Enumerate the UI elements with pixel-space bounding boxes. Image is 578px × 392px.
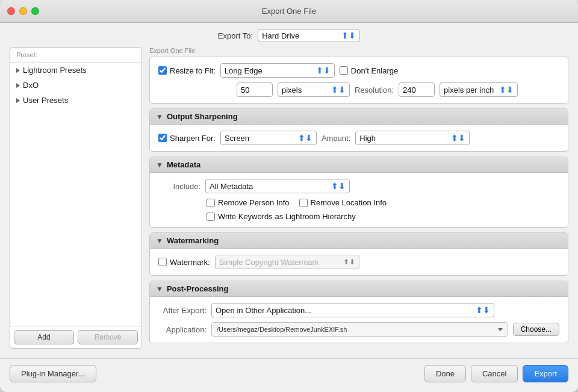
resolution-row: pixels ⬆⬇ Resolution: pixels per inch ⬆⬇ (158, 82, 559, 97)
include-row: Include: All Metadata ⬆⬇ (158, 179, 559, 193)
resize-checkbox-label[interactable]: Resize to Fit: (158, 66, 216, 75)
sidebar-items: Lightroom Presets DxO User Presets (10, 63, 141, 326)
export-to-select[interactable]: Hard Drive ⬆⬇ (258, 29, 360, 42)
application-label: Application: (158, 325, 207, 334)
sharpen-arrows-icon: ⬆⬇ (298, 133, 312, 143)
sidebar-item-dxo[interactable]: DxO (10, 78, 141, 93)
export-to-row: Export To: Hard Drive ⬆⬇ (0, 23, 578, 47)
resolution-unit: pixels per inch (444, 86, 494, 95)
sidebar-item-label: DxO (23, 81, 39, 90)
watermark-checkbox-label[interactable]: Watermark: (158, 258, 210, 267)
keywords-row: Write Keywords as Lightroom Hierarchy (158, 212, 559, 221)
watermarking-content: Watermark: Simple Copyright Watermark ⬆⬇ (150, 249, 568, 275)
write-keywords-checkbox[interactable] (207, 213, 215, 221)
after-export-select[interactable]: Open in Other Application... ⬆⬇ (211, 303, 494, 317)
resize-checkbox[interactable] (158, 66, 167, 75)
dont-enlarge-checkbox[interactable] (340, 66, 348, 75)
metadata-content: Include: All Metadata ⬆⬇ Remove Person I… (150, 173, 568, 227)
sidebar-footer: Add Remove (10, 326, 141, 348)
sharpening-section: ▼ Output Sharpening Sharpen For: Screen … (149, 108, 568, 152)
after-export-arrows-icon: ⬆⬇ (476, 305, 490, 315)
cancel-button[interactable]: Cancel (471, 365, 518, 382)
window-title: Export One File (262, 7, 316, 16)
resize-label: Resize to Fit: (170, 66, 216, 75)
triangle-icon (16, 83, 20, 88)
export-to-value: Hard Drive (262, 31, 299, 40)
main-window: Export One File Export To: Hard Drive ⬆⬇… (0, 0, 578, 392)
write-keywords-label[interactable]: Write Keywords as Lightroom Hierarchy (207, 212, 356, 221)
sidebar-item-lightroom-presets[interactable]: Lightroom Presets (10, 63, 141, 78)
resize-row: Resize to Fit: Long Edge ⬆⬇ Don't Enlarg… (158, 63, 559, 78)
add-button[interactable]: Add (14, 330, 74, 344)
resize-arrows-icon: ⬆⬇ (316, 66, 331, 75)
sharpening-triangle-icon: ▼ (156, 113, 163, 121)
remove-location-checkbox[interactable] (299, 199, 308, 207)
metadata-title: Metadata (167, 160, 200, 169)
watermarking-section: ▼ Watermarking Watermark: Simple Copyrig… (149, 232, 568, 276)
sharpen-label: Sharpen For: (170, 134, 216, 143)
titlebar: Export One File (0, 0, 578, 23)
sharpen-checkbox[interactable] (158, 134, 167, 142)
watermark-arrows-icon: ⬆⬇ (343, 258, 355, 266)
close-button[interactable] (7, 7, 15, 15)
post-processing-section: ▼ Post-Processing After Export: Open in … (149, 281, 568, 343)
post-processing-header: ▼ Post-Processing (150, 281, 568, 297)
pixels-unit: pixels (282, 86, 302, 95)
sidebar-item-user-presets[interactable]: User Presets (10, 93, 141, 108)
after-export-label: After Export: (158, 306, 207, 315)
done-button[interactable]: Done (424, 365, 466, 382)
pixels-unit-select[interactable]: pixels ⬆⬇ (278, 82, 350, 97)
minimize-button[interactable] (19, 7, 27, 15)
sidebar-header: Preset: (10, 48, 141, 63)
amount-arrows-icon: ⬆⬇ (451, 133, 465, 143)
amount-label: Amount: (322, 134, 350, 143)
watermark-select[interactable]: Simple Copyright Watermark ⬆⬇ (215, 255, 359, 269)
include-arrows-icon: ⬆⬇ (331, 181, 346, 191)
export-button[interactable]: Export (523, 365, 568, 382)
plugin-manager-button[interactable]: Plug-in Manager... (10, 365, 96, 382)
watermark-checkbox[interactable] (158, 258, 167, 266)
resolution-input[interactable] (399, 82, 435, 97)
pixels-input[interactable] (237, 82, 273, 97)
export-to-arrows-icon: ⬆⬇ (341, 31, 356, 40)
pixels-arrows-icon: ⬆⬇ (331, 85, 346, 95)
resolution-arrows-icon: ⬆⬇ (499, 85, 514, 95)
dont-enlarge-label[interactable]: Don't Enlarge (340, 66, 398, 75)
post-processing-content: After Export: Open in Other Application.… (150, 297, 568, 343)
watermark-label: Watermark: (170, 258, 210, 267)
footer: Plug-in Manager... Done Cancel Export (0, 358, 578, 392)
application-path: /Users/megaz/Desktop/RemoveJunkEXIF.sh (211, 322, 508, 337)
include-value: All Metadata (210, 182, 253, 191)
post-processing-triangle-icon: ▼ (156, 285, 163, 293)
sidebar-item-label: Lightroom Presets (23, 66, 87, 75)
metadata-header: ▼ Metadata (150, 157, 568, 173)
watermarking-header: ▼ Watermarking (150, 233, 568, 249)
remove-location-label[interactable]: Remove Location Info (299, 198, 387, 207)
metadata-triangle-icon: ▼ (156, 161, 163, 169)
amount-select[interactable]: High ⬆⬇ (355, 131, 470, 145)
sharpen-value: Screen (225, 134, 249, 143)
watermark-value: Simple Copyright Watermark (219, 258, 319, 267)
watermarking-title: Watermarking (167, 236, 219, 245)
maximize-button[interactable] (31, 7, 39, 15)
resize-value: Long Edge (225, 66, 263, 75)
sharpen-checkbox-label[interactable]: Sharpen For: (158, 134, 216, 143)
main-body: Preset: Lightroom Presets DxO User Prese… (0, 47, 578, 358)
app-path-dropdown-icon[interactable] (498, 328, 503, 331)
choose-button[interactable]: Choose... (513, 323, 559, 336)
post-processing-title: Post-Processing (167, 284, 229, 293)
include-select[interactable]: All Metadata ⬆⬇ (205, 179, 350, 193)
sharpening-header: ▼ Output Sharpening (150, 109, 568, 125)
sharpen-row: Sharpen For: Screen ⬆⬇ Amount: High ⬆⬇ (158, 131, 559, 145)
triangle-icon (16, 98, 20, 103)
sharpen-value-select[interactable]: Screen ⬆⬇ (220, 131, 317, 145)
remove-person-label[interactable]: Remove Person Info (207, 198, 290, 207)
metadata-section: ▼ Metadata Include: All Metadata ⬆⬇ (149, 157, 568, 228)
remove-button[interactable]: Remove (78, 330, 138, 344)
resolution-unit-select[interactable]: pixels per inch ⬆⬇ (440, 82, 518, 97)
sidebar: Preset: Lightroom Presets DxO User Prese… (10, 47, 142, 349)
resize-value-select[interactable]: Long Edge ⬆⬇ (220, 63, 335, 78)
after-export-row: After Export: Open in Other Application.… (158, 303, 559, 317)
remove-person-checkbox[interactable] (207, 199, 215, 207)
sharpening-content: Sharpen For: Screen ⬆⬇ Amount: High ⬆⬇ (150, 125, 568, 151)
